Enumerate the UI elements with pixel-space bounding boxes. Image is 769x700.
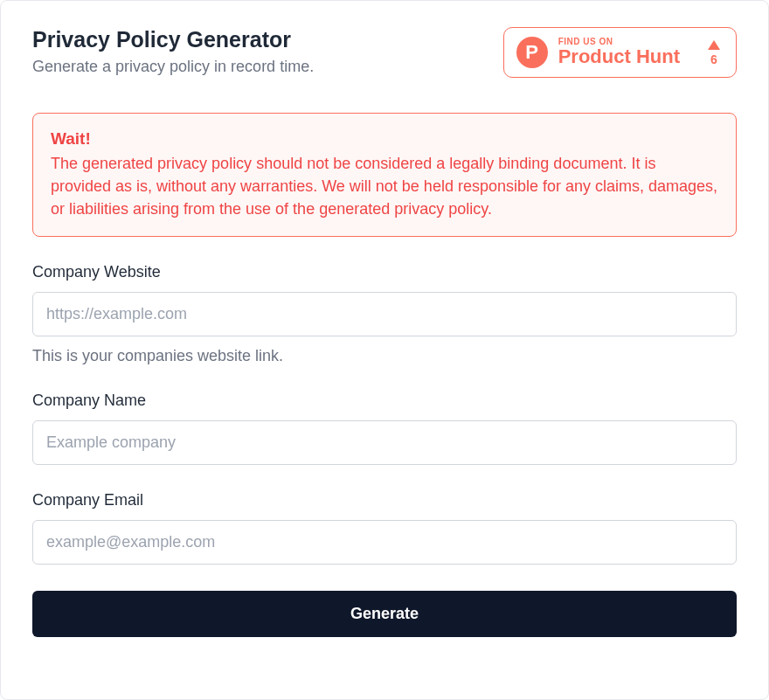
page-title: Privacy Policy Generator — [32, 27, 503, 52]
product-hunt-vote-count: 6 — [710, 53, 717, 66]
product-hunt-logo-icon: P — [516, 37, 548, 68]
company-email-input[interactable] — [32, 520, 737, 565]
product-hunt-badge[interactable]: P FIND US ON Product Hunt 6 — [503, 27, 737, 78]
company-email-field-group: Company Email — [32, 491, 737, 565]
company-website-label: Company Website — [32, 263, 737, 281]
alert-title: Wait! — [51, 129, 718, 149]
upvote-triangle-icon — [708, 40, 720, 50]
generate-button[interactable]: Generate — [32, 591, 737, 637]
product-hunt-vote: 6 — [708, 40, 720, 66]
company-name-field-group: Company Name — [32, 392, 737, 465]
disclaimer-alert: Wait! The generated privacy policy shoul… — [32, 113, 737, 237]
company-website-help: This is your companies website link. — [32, 347, 737, 365]
product-hunt-text: FIND US ON Product Hunt — [558, 37, 680, 67]
company-email-label: Company Email — [32, 491, 737, 509]
company-website-input[interactable] — [32, 292, 737, 336]
alert-body: The generated privacy policy should not … — [51, 152, 718, 220]
company-website-field-group: Company Website This is your companies w… — [32, 263, 737, 365]
header-left: Privacy Policy Generator Generate a priv… — [32, 27, 503, 76]
company-name-input[interactable] — [32, 420, 737, 465]
company-name-label: Company Name — [32, 392, 737, 410]
generator-card: Privacy Policy Generator Generate a priv… — [0, 0, 769, 700]
product-hunt-name: Product Hunt — [558, 46, 680, 67]
header-row: Privacy Policy Generator Generate a priv… — [32, 27, 737, 78]
page-subtitle: Generate a privacy policy in record time… — [32, 58, 503, 76]
